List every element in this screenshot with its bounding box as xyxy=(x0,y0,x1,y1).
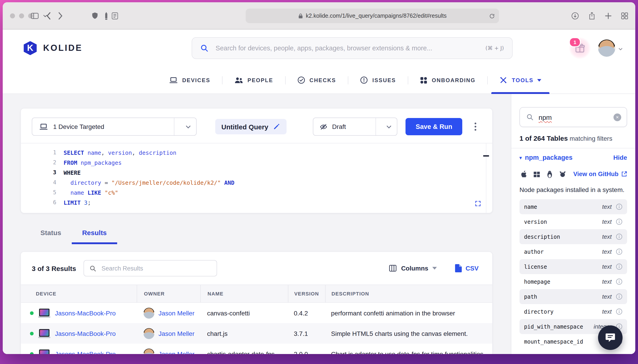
sql-line[interactable]: 5 name LIKE "c%" xyxy=(21,188,492,198)
shield-extension-icon[interactable] xyxy=(92,12,98,19)
line-number: 6 xyxy=(21,199,64,206)
sql-line[interactable]: 3WHERE xyxy=(21,168,492,178)
nav-label: TOOLS xyxy=(512,77,533,83)
freebsd-platform-icon xyxy=(559,170,566,178)
github-label: View on GitHub xyxy=(573,171,618,178)
owner-link[interactable]: Jason Meller xyxy=(159,309,195,316)
column-header[interactable]: NAME xyxy=(200,285,288,302)
info-icon[interactable] xyxy=(616,248,622,255)
global-search-input[interactable] xyxy=(215,44,479,52)
device-cell: Jasons-MacBook-Pro xyxy=(21,329,137,338)
info-icon[interactable] xyxy=(616,278,622,285)
kolide-logo-icon: K xyxy=(23,41,37,55)
csv-button[interactable]: CSV xyxy=(452,264,481,273)
query-name-button[interactable]: Untitled Query xyxy=(215,119,287,134)
status-select[interactable]: Draft xyxy=(313,118,398,136)
sql-line[interactable]: 2FROM npm_packages xyxy=(21,158,492,168)
device-base xyxy=(38,336,51,338)
view-on-github-link[interactable]: View on GitHub xyxy=(573,171,627,178)
address-bar[interactable]: k2.kolide.com/1/live_query/campaigns/876… xyxy=(246,8,499,23)
downloads-icon[interactable] xyxy=(571,12,579,20)
pen-extension-icon[interactable] xyxy=(105,12,108,20)
query-card: 1 Device Targeted Untitled Query D xyxy=(21,108,493,213)
name-cell: chart.js xyxy=(200,330,288,337)
info-icon[interactable] xyxy=(616,233,622,240)
tab-status[interactable]: Status xyxy=(30,229,72,244)
device-target-select[interactable]: 1 Device Targeted xyxy=(32,118,197,136)
chat-launcher-button[interactable] xyxy=(598,326,622,350)
device-link[interactable]: Jasons-MacBook-Pro xyxy=(55,350,116,354)
owner-avatar xyxy=(144,328,154,339)
forward-button[interactable] xyxy=(58,12,63,19)
reload-icon[interactable] xyxy=(489,13,495,19)
account-chevron-icon[interactable] xyxy=(618,44,622,52)
column-header[interactable]: DESCRIPTION xyxy=(325,285,492,302)
sql-line[interactable]: 6LIMIT 3; xyxy=(21,198,492,208)
results-search-input[interactable] xyxy=(101,264,211,272)
user-avatar[interactable] xyxy=(598,40,615,57)
reader-view-icon[interactable] xyxy=(112,12,118,19)
column-header[interactable]: OWNER xyxy=(137,285,200,302)
tab-overview-icon[interactable] xyxy=(621,12,628,19)
owner-link[interactable]: Jason Meller xyxy=(159,350,195,354)
editor-scrollbar[interactable] xyxy=(486,144,486,213)
nav-item-devices[interactable]: DEVICES xyxy=(158,67,222,94)
hide-link[interactable]: Hide xyxy=(613,154,627,161)
nav-item-people[interactable]: PEOPLE xyxy=(223,67,285,94)
info-icon[interactable] xyxy=(616,218,622,225)
table-search[interactable]: npm × xyxy=(519,107,627,127)
nav-item-checks[interactable]: CHECKS xyxy=(285,67,348,94)
info-icon[interactable] xyxy=(616,308,622,315)
line-number: 3 xyxy=(21,169,64,176)
more-options-button[interactable] xyxy=(469,118,481,135)
info-icon[interactable] xyxy=(616,203,622,210)
owner-cell: Jason Meller xyxy=(137,348,200,354)
online-status-dot xyxy=(30,332,34,335)
share-icon[interactable] xyxy=(588,12,595,20)
clear-search-icon[interactable]: × xyxy=(613,113,621,121)
table-name-toggle[interactable]: ▾ npm_packages xyxy=(519,154,573,161)
global-search[interactable]: (⌘ + J) xyxy=(192,37,513,59)
sidebar-toggle-icon[interactable] xyxy=(31,12,39,19)
column-name: author xyxy=(524,248,602,255)
nav-item-tools[interactable]: TOOLS xyxy=(488,67,553,94)
device-link[interactable]: Jasons-MacBook-Pro xyxy=(55,330,116,337)
column-type: text xyxy=(602,218,612,225)
info-icon[interactable] xyxy=(616,293,622,300)
description-cell: Simple HTML5 charts using the canvas ele… xyxy=(325,330,492,337)
sql-token: LIKE xyxy=(88,189,101,196)
close-window-button[interactable] xyxy=(10,13,15,18)
nav-item-onboarding[interactable]: ONBOARDING xyxy=(408,67,487,94)
csv-file-icon xyxy=(455,264,462,272)
info-icon[interactable] xyxy=(616,263,622,270)
column-header[interactable]: DEVICE xyxy=(21,285,137,302)
kolide-logo[interactable]: K KOLIDE xyxy=(23,41,83,55)
check-circle-icon xyxy=(297,76,305,84)
online-status-dot xyxy=(30,311,34,315)
sql-editor[interactable]: 1SELECT name, version, description2FROM … xyxy=(21,143,492,213)
tab-results[interactable]: Results xyxy=(72,229,117,244)
sql-line[interactable]: 1SELECT name, version, description xyxy=(21,148,492,158)
new-tab-icon[interactable] xyxy=(605,12,612,19)
line-number: 5 xyxy=(21,189,64,196)
sql-code: name LIKE "c%" xyxy=(64,189,118,196)
gift-button[interactable]: 1 xyxy=(571,39,589,57)
device-link[interactable]: Jasons-MacBook-Pro xyxy=(55,309,116,316)
columns-button[interactable]: Columns xyxy=(386,264,440,272)
results-search[interactable] xyxy=(83,260,217,276)
nav-item-issues[interactable]: ISSUES xyxy=(348,67,408,94)
sql-token xyxy=(101,189,105,196)
table-search-value[interactable]: npm xyxy=(538,113,608,121)
sql-token xyxy=(64,189,70,196)
save-run-button[interactable]: Save & Run xyxy=(406,118,462,135)
back-button[interactable] xyxy=(46,12,51,19)
platforms-row: View on GitHub xyxy=(519,170,627,178)
table-name: npm_packages xyxy=(525,154,573,161)
expand-editor-button[interactable] xyxy=(472,200,484,208)
sql-token: ; xyxy=(88,199,91,206)
column-header[interactable]: VERSION xyxy=(288,285,325,302)
owner-link[interactable]: Jason Meller xyxy=(159,330,195,337)
query-name-label: Untitled Query xyxy=(221,123,268,130)
sql-line[interactable]: 4 directory = "/Users/jmeller/code/kolid… xyxy=(21,178,492,188)
minimize-window-button[interactable] xyxy=(19,13,24,18)
